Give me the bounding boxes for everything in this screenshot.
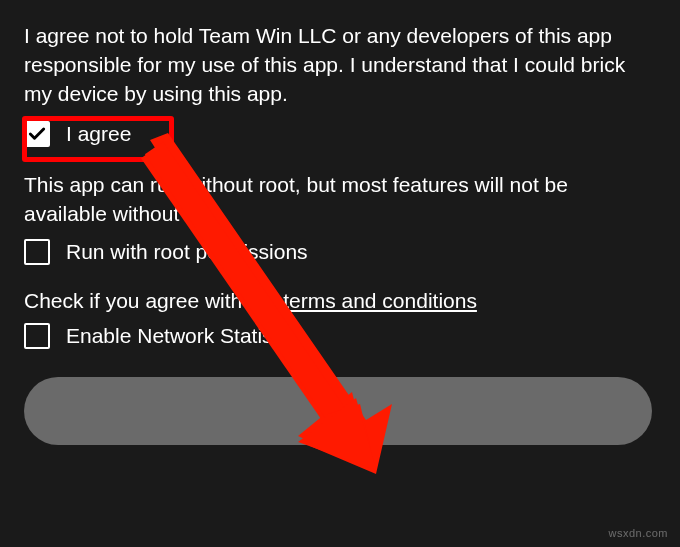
watermark: wsxdn.com <box>608 527 668 539</box>
terms-text: Check if you agree with the terms and co… <box>24 289 656 313</box>
stats-checkbox[interactable] <box>24 323 50 349</box>
disclaimer-text: I agree not to hold Team Win LLC or any … <box>24 22 656 109</box>
agree-checkbox-row[interactable]: I agree <box>24 121 656 147</box>
root-checkbox[interactable] <box>24 239 50 265</box>
stats-checkbox-label: Enable Network Statistics <box>66 324 304 348</box>
terms-prefix: Check if you agree with the <box>24 289 283 312</box>
stats-checkbox-row[interactable]: Enable Network Statistics <box>24 323 656 349</box>
ok-button[interactable]: OK <box>24 377 652 445</box>
agree-checkbox[interactable] <box>24 121 50 147</box>
terms-and-conditions-link[interactable]: terms and conditions <box>283 289 477 312</box>
checkmark-icon <box>27 124 47 144</box>
root-info-text: This app can run without root, but most … <box>24 171 656 229</box>
root-checkbox-label: Run with root permissions <box>66 240 308 264</box>
root-checkbox-row[interactable]: Run with root permissions <box>24 239 656 265</box>
agree-checkbox-label: I agree <box>66 122 131 146</box>
